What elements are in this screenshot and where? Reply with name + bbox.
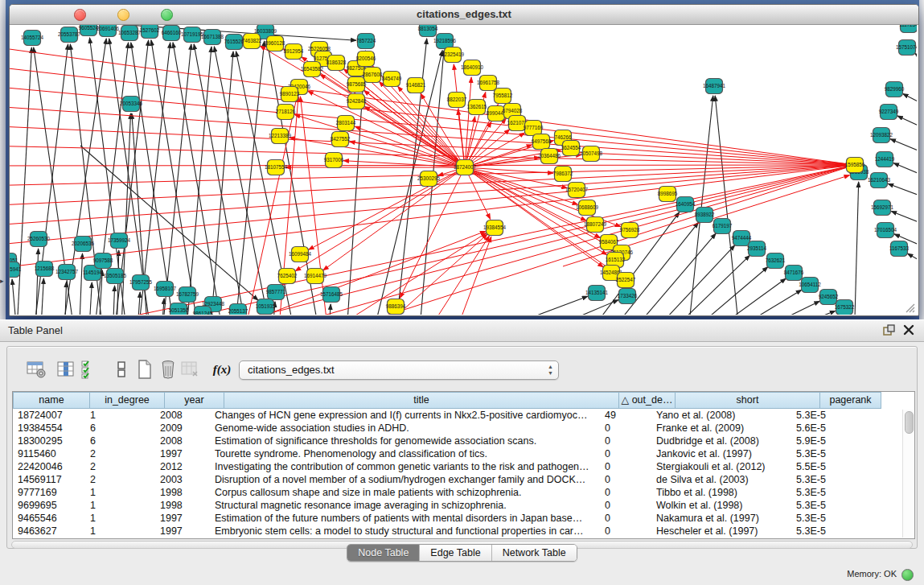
table-cell: Genome-wide association studies in ADHD. xyxy=(210,422,600,435)
column-header-5[interactable]: △ out_de… xyxy=(619,392,676,409)
network-edge[interactable] xyxy=(915,53,917,73)
select-rows-icon[interactable] xyxy=(78,358,101,381)
network-edge[interactable] xyxy=(639,245,735,315)
minimize-button[interactable] xyxy=(117,9,129,21)
network-edge[interactable] xyxy=(474,296,588,315)
table-cell: 0 xyxy=(600,435,651,447)
network-edge[interactable] xyxy=(655,255,749,315)
vertical-scrollbar[interactable] xyxy=(902,410,914,538)
table-row[interactable]: 946362711997Embryonic stem cells: a mode… xyxy=(13,525,914,538)
resize-grip[interactable] xyxy=(904,302,915,313)
network-edge[interactable] xyxy=(151,40,201,315)
network-edge[interactable] xyxy=(328,304,331,315)
network-edge[interactable] xyxy=(674,267,768,315)
table-cell: 9699695 xyxy=(13,499,85,512)
network-edge[interactable] xyxy=(161,299,164,315)
network-edge[interactable] xyxy=(715,96,740,315)
table-row[interactable]: 1830029562008Estimation of significance … xyxy=(13,435,914,447)
status-bar: Memory: OK xyxy=(0,563,924,585)
close-button[interactable] xyxy=(74,9,86,21)
network-node-label: 8822037 xyxy=(447,97,467,102)
table-settings-icon[interactable] xyxy=(25,358,47,381)
window-titlebar[interactable]: citations_edges.txt xyxy=(10,5,918,25)
table-cell: Estimation of significance thresholds fo… xyxy=(210,435,600,447)
column-header-1[interactable]: name xyxy=(13,392,90,409)
network-edge[interactable] xyxy=(35,249,39,315)
tab-node-table[interactable]: Node Table xyxy=(347,545,419,561)
network-edge[interactable] xyxy=(465,77,471,167)
network-node-label: 7955812 xyxy=(493,93,513,98)
network-edge[interactable] xyxy=(888,183,917,204)
network-node-label: 15720407 xyxy=(565,187,589,192)
table-row[interactable]: 946554611997Estimation of the future num… xyxy=(13,512,914,525)
table-row[interactable]: 1872400712008Changes of HCN gene express… xyxy=(13,409,914,422)
memory-ok-indicator[interactable] xyxy=(901,569,914,581)
network-node-label: 18640910 xyxy=(461,64,484,70)
close-panel-icon[interactable] xyxy=(903,324,914,336)
network-edge[interactable] xyxy=(519,300,618,315)
table-cell: 2012 xyxy=(155,460,210,473)
column-header-3[interactable]: year xyxy=(165,392,224,409)
delete-table-icon[interactable] xyxy=(157,358,179,381)
column-header-2[interactable]: in_degree xyxy=(90,392,165,409)
table-group: f(x) citations_edges.txt ▲▼ namein_degre… xyxy=(6,346,918,549)
network-edge[interactable] xyxy=(903,94,917,113)
table-cell: 2 xyxy=(85,460,155,473)
network-edge[interactable] xyxy=(113,286,115,315)
table-select-combobox[interactable]: citations_edges.txt ▲▼ xyxy=(239,360,559,380)
network-edge[interactable] xyxy=(854,182,859,315)
network-edge[interactable] xyxy=(12,279,18,315)
delete-column-icon[interactable] xyxy=(179,358,201,381)
table-cell: Wolkin et al. (1998) xyxy=(651,499,791,512)
network-edge[interactable] xyxy=(10,165,855,166)
network-canvas[interactable]: 1405572420553787960552420691406106532871… xyxy=(10,25,917,315)
network-edge[interactable] xyxy=(364,106,465,167)
row-height-icon[interactable] xyxy=(110,358,133,381)
sidebar-collapse-arrow[interactable]: ▸ xyxy=(0,277,4,285)
tab-edge-table[interactable]: Edge Table xyxy=(419,545,491,561)
column-header-7[interactable]: pagerank xyxy=(820,392,881,409)
network-node-label: 9829960 xyxy=(885,86,905,92)
network-edge[interactable] xyxy=(88,282,92,315)
table-row[interactable]: 2242004622012Investigating the contribut… xyxy=(13,460,914,473)
network-edge[interactable] xyxy=(418,236,490,315)
table-cell: 0 xyxy=(600,486,651,499)
table-row[interactable]: 977716911998Corpus callosum shape and si… xyxy=(13,486,914,499)
function-builder-icon[interactable]: f(x) xyxy=(211,358,233,381)
network-edge[interactable] xyxy=(79,253,83,315)
table-row[interactable]: 911546021997Tourette syndrome. Phenomeno… xyxy=(13,447,914,460)
network-node-label: 20364486 xyxy=(538,153,561,159)
table-row[interactable]: 969969511998Structural magnetic resonanc… xyxy=(13,499,914,512)
network-edge[interactable] xyxy=(323,167,465,270)
column-header-6[interactable]: short xyxy=(676,392,820,409)
network-edge[interactable] xyxy=(726,301,819,315)
network-edge[interactable] xyxy=(893,163,917,183)
tab-network-table[interactable]: Network Table xyxy=(491,545,577,561)
network-edge[interactable] xyxy=(708,290,802,315)
table-cell: 2 xyxy=(85,473,155,486)
network-edge[interactable] xyxy=(137,292,140,315)
network-node-label: 9242848 xyxy=(347,98,367,104)
network-edge[interactable] xyxy=(173,43,225,315)
show-columns-icon[interactable] xyxy=(55,358,77,381)
network-node-label: 18807249 xyxy=(584,221,607,227)
float-window-icon[interactable] xyxy=(883,324,895,336)
scrollbar-thumb[interactable] xyxy=(905,411,914,434)
network-edge[interactable] xyxy=(742,311,836,315)
column-header-4[interactable]: title xyxy=(224,392,619,409)
zoom-button[interactable] xyxy=(161,9,173,21)
new-table-icon[interactable] xyxy=(133,358,156,381)
network-node-label: 6794028 xyxy=(503,108,523,113)
network-node-label: 7986372 xyxy=(553,171,573,176)
table-row[interactable]: 1456911722003Disruption of a novel membe… xyxy=(13,473,914,486)
network-node-label: 8912954 xyxy=(284,48,304,54)
network-edge[interactable] xyxy=(907,253,917,273)
network-node-label: 2718126 xyxy=(276,109,296,114)
network-edge[interactable] xyxy=(897,116,917,136)
network-edge[interactable] xyxy=(692,278,786,315)
network-graph[interactable]: 1405572420553787960552420691406106532871… xyxy=(10,25,917,315)
network-edge[interactable] xyxy=(40,278,43,315)
table-cell: 49 xyxy=(600,409,651,422)
combobox-value: citations_edges.txt xyxy=(248,361,335,379)
table-row[interactable]: 1938455462009Genome-wide association stu… xyxy=(13,422,914,435)
